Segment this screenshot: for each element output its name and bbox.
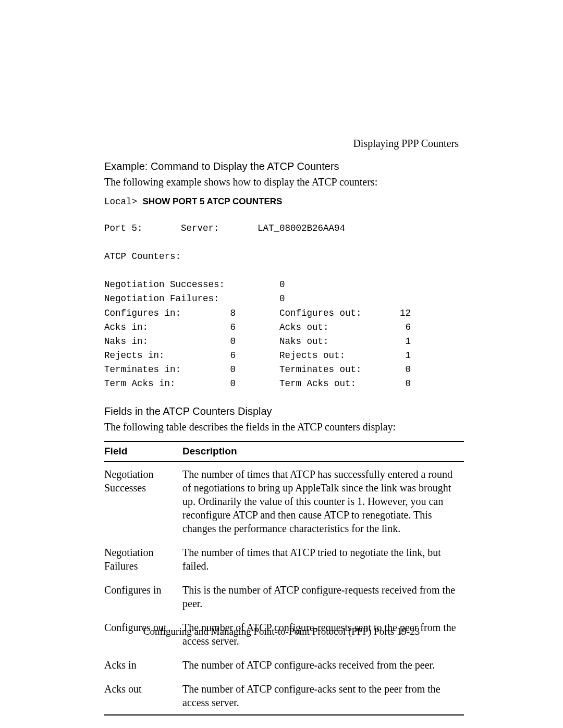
field-name-cell: Acks out [104,677,182,715]
field-desc-cell: The number of times that ATCP tried to n… [182,540,464,578]
example-heading: Example: Command to Display the ATCP Cou… [104,159,464,173]
fields-heading: Fields in the ATCP Counters Display [104,404,464,418]
table-row: Negotiation SuccessesThe number of times… [104,462,464,540]
col-header-field: Field [104,441,182,462]
terminal-output: Port 5: Server: LAT_08002B26AA94 ATCP Co… [104,221,464,391]
table-row: Configures inThis is the number of ATCP … [104,578,464,615]
fields-table: Field Description Negotiation SuccessesT… [104,441,464,715]
example-intro: The following example shows how to displ… [104,175,464,189]
page: Displaying PPP Counters Example: Command… [0,0,563,728]
table-row: Negotiation FailuresThe number of times … [104,540,464,578]
col-header-description: Description [182,441,464,462]
page-footer: Configuring and Managing Point-to-Point … [0,625,563,638]
table-row: Acks inThe number of ATCP configure-acks… [104,653,464,677]
field-desc-cell: This is the number of ATCP configure-req… [182,578,464,615]
field-name-cell: Negotiation Failures [104,540,182,578]
field-name-cell: Acks in [104,653,182,677]
command-line: Local> SHOW PORT 5 ATCP COUNTERS [104,196,464,208]
field-desc-cell: The number of ATCP configure-acks receiv… [182,653,464,677]
field-desc-cell: The number of ATCP configure-acks sent t… [182,677,464,715]
running-header: Displaying PPP Counters [353,137,459,150]
fields-intro: The following table describes the fields… [104,420,464,434]
field-desc-cell: The number of times that ATCP has succes… [182,462,464,540]
field-name-cell: Configures in [104,578,182,615]
prompt: Local> [104,196,143,207]
table-row: Acks outThe number of ATCP configure-ack… [104,677,464,715]
field-name-cell: Negotiation Successes [104,462,182,540]
command-text: SHOW PORT 5 ATCP COUNTERS [143,196,283,206]
